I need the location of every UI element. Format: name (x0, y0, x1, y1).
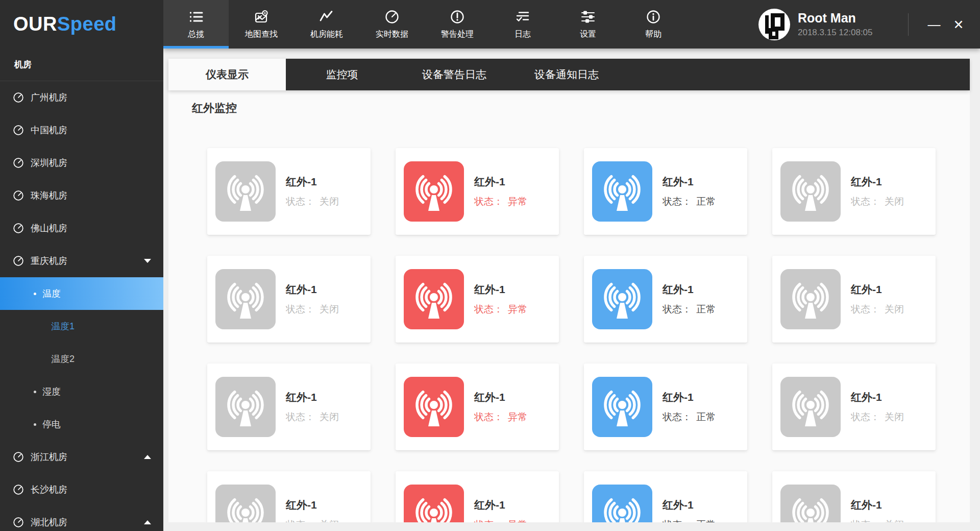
device-text: 红外-1 状态：正常 (663, 390, 716, 424)
sidebar-item[interactable]: 中国机房 (0, 114, 163, 147)
nav-label: 警告处理 (441, 29, 474, 40)
sidebar-item-label: 深圳机房 (31, 157, 67, 169)
device-card[interactable]: 红外-1 状态：异常 (396, 364, 559, 450)
status-value: 正常 (696, 519, 716, 522)
sidebar-item[interactable]: 珠海机房 (0, 179, 163, 212)
device-name: 红外-1 (286, 282, 339, 297)
antenna-icon (592, 161, 652, 222)
status-value: 异常 (508, 519, 527, 522)
sidebar-item-label: 中国机房 (31, 124, 67, 136)
device-card[interactable]: 红外-1 状态：关闭 (772, 471, 936, 522)
nav-item-logs[interactable]: 日志 (490, 0, 555, 49)
device-card[interactable]: 红外-1 状态：关闭 (772, 148, 936, 235)
status-label: 状态： (663, 412, 692, 422)
user-name: Root Man (798, 11, 874, 26)
nav-item-alert-handling[interactable]: 警告处理 (425, 0, 490, 49)
device-status: 状态：异常 (474, 195, 527, 208)
nav-item-help[interactable]: 帮助 (621, 0, 686, 49)
tab[interactable]: 设备通知日志 (510, 59, 623, 90)
sidebar-item[interactable]: 广州机房 (0, 81, 163, 114)
device-card[interactable]: 红外-1 状态：异常 (396, 256, 559, 343)
antenna-icon (404, 485, 464, 522)
sidebar-item[interactable]: 深圳机房 (0, 147, 163, 179)
map-search-icon (254, 9, 269, 25)
device-name: 红外-1 (474, 390, 527, 404)
minimize-button[interactable]: — (922, 12, 946, 37)
sidebar-item[interactable]: 湖北机房 (0, 506, 163, 531)
device-card[interactable]: 红外-1 状态：关闭 (207, 471, 371, 522)
device-card[interactable]: 红外-1 状态：关闭 (207, 364, 371, 450)
tab-bar: 仪表显示 监控项 设备警告日志 设备通知日志 (168, 59, 970, 90)
gauge-icon (13, 451, 24, 463)
status-label: 状态： (286, 196, 315, 207)
device-text: 红外-1 状态：异常 (474, 498, 527, 522)
user-avatar[interactable] (758, 9, 790, 40)
gauge-icon (13, 484, 24, 495)
device-card[interactable]: 红外-1 状态：关闭 (207, 148, 371, 235)
content-area: 仪表显示 监控项 设备警告日志 设备通知日志 红外监控 (163, 49, 980, 531)
sidebar-item[interactable]: 长沙机房 (0, 473, 163, 506)
tab-label: 设备通知日志 (534, 67, 599, 82)
device-status: 状态：正常 (663, 303, 716, 316)
device-card[interactable]: 红外-1 状态：正常 (584, 364, 747, 450)
sidebar-item[interactable]: 温度1 (0, 310, 163, 343)
device-text: 红外-1 状态：关闭 (286, 498, 339, 522)
status-label: 状态： (286, 519, 315, 522)
sidebar-item[interactable]: 停电 (0, 408, 163, 441)
tab[interactable]: 仪表显示 (168, 59, 286, 90)
nav-item-realtime-data[interactable]: 实时数据 (359, 0, 425, 49)
nav-item-room-energy[interactable]: 机房能耗 (294, 0, 359, 49)
sidebar-item-label: 珠海机房 (31, 189, 67, 202)
device-status: 状态：关闭 (851, 518, 904, 522)
sidebar-section-title: 机房 (0, 49, 163, 81)
nav-item-settings[interactable]: 设置 (555, 0, 621, 49)
nav-item-map-search[interactable]: 地图查找 (229, 0, 294, 49)
tab-label: 监控项 (326, 67, 358, 82)
device-card[interactable]: 红外-1 状态：异常 (396, 471, 559, 522)
device-card[interactable]: 红外-1 状态：正常 (584, 148, 747, 235)
tab-label: 设备警告日志 (422, 67, 486, 82)
device-card[interactable]: 红外-1 状态：关闭 (772, 256, 936, 343)
gauge-icon (13, 255, 24, 267)
device-name: 红外-1 (474, 498, 527, 512)
status-label: 状态： (663, 196, 692, 207)
sidebar-item[interactable]: 佛山机房 (0, 212, 163, 245)
bullet-dot (34, 293, 36, 295)
sidebar-item[interactable]: 温度2 (0, 343, 163, 375)
device-card[interactable]: 红外-1 状态：关闭 (207, 256, 371, 343)
list-icon (188, 9, 204, 25)
device-name: 红外-1 (286, 175, 339, 189)
device-name: 红外-1 (663, 498, 716, 512)
device-card[interactable]: 红外-1 状态：异常 (396, 148, 559, 235)
status-value: 异常 (508, 412, 527, 422)
device-text: 红外-1 状态：正常 (663, 498, 716, 522)
nav-item-overview[interactable]: 总揽 (163, 0, 229, 49)
nav-label: 总揽 (188, 29, 204, 40)
antenna-icon (780, 485, 841, 522)
antenna-icon (592, 485, 652, 522)
device-card[interactable]: 红外-1 状态：正常 (584, 471, 747, 522)
alert-icon (450, 9, 465, 25)
device-card[interactable]: 红外-1 状态：正常 (584, 256, 747, 343)
user-info: Root Man 2018.3.15 12:08:05 (798, 11, 874, 38)
device-name: 红外-1 (474, 175, 527, 189)
sidebar-item[interactable]: 浙江机房 (0, 441, 163, 473)
tab[interactable]: 设备警告日志 (398, 59, 510, 90)
sidebar-item[interactable]: 温度 (0, 277, 163, 310)
nav-label: 机房能耗 (310, 29, 343, 40)
gauge-icon (13, 223, 24, 234)
sidebar-item-label: 停电 (42, 418, 61, 430)
sidebar-item-label: 温度2 (51, 353, 75, 365)
device-status: 状态：正常 (663, 411, 716, 424)
sidebar-item[interactable]: 重庆机房 (0, 245, 163, 277)
sidebar-item[interactable]: 湿度 (0, 375, 163, 408)
gauge-icon (13, 157, 24, 168)
bullet-dot (34, 391, 36, 393)
tab[interactable]: 监控项 (286, 59, 398, 90)
close-button[interactable]: ✕ (946, 12, 971, 37)
device-name: 红外-1 (851, 282, 904, 297)
status-label: 状态： (474, 412, 503, 422)
device-card[interactable]: 红外-1 状态：关闭 (772, 364, 936, 450)
brand-logo: OURSpeed (0, 0, 163, 49)
bullet-dot (34, 423, 36, 426)
